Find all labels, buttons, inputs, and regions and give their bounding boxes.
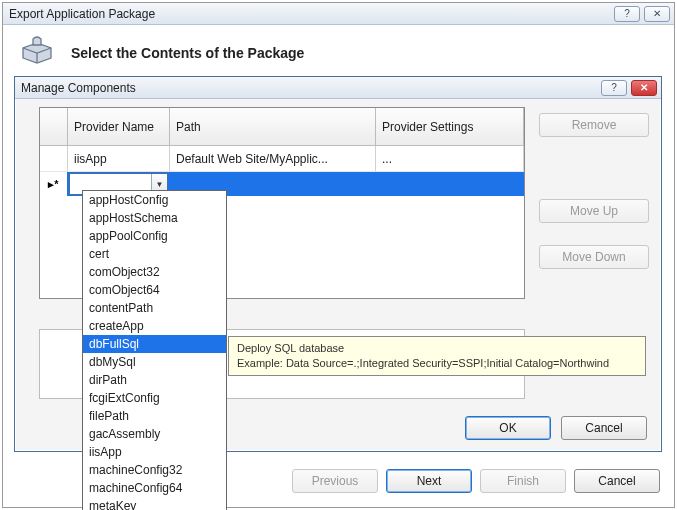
finish-button[interactable]: Finish <box>480 469 566 493</box>
next-button[interactable]: Next <box>386 469 472 493</box>
moveup-button[interactable]: Move Up <box>539 199 649 223</box>
inner-titlebar: Manage Components ? ✕ <box>15 77 661 99</box>
inner-close-button[interactable]: ✕ <box>631 80 657 96</box>
dropdown-item[interactable]: dbFullSql <box>83 335 226 353</box>
help-button[interactable]: ? <box>614 6 640 22</box>
side-buttons-top: Remove <box>539 113 649 137</box>
tooltip-line2: Example: Data Source=.;Integrated Securi… <box>237 356 637 371</box>
grid-header-provider[interactable]: Provider Name <box>68 108 170 145</box>
dropdown-item[interactable]: dirPath <box>83 371 226 389</box>
outer-titlebar: Export Application Package ? ✕ <box>3 3 674 25</box>
wizard-header: Select the Contents of the Package <box>3 25 674 83</box>
cell-settings[interactable]: ... <box>376 146 524 171</box>
dropdown-item[interactable]: iisApp <box>83 443 226 461</box>
dropdown-item[interactable]: dbMySql <box>83 353 226 371</box>
provider-dropdown-list[interactable]: appHostConfigappHostSchemaappPoolConfigc… <box>82 190 227 510</box>
grid-header-indicator <box>40 108 68 145</box>
dropdown-item[interactable]: appHostSchema <box>83 209 226 227</box>
new-row-indicator: ▸* <box>40 172 68 196</box>
dropdown-item[interactable]: filePath <box>83 407 226 425</box>
remove-button[interactable]: Remove <box>539 113 649 137</box>
wizard-heading: Select the Contents of the Package <box>57 45 304 61</box>
grid-header-row: Provider Name Path Provider Settings <box>40 108 524 146</box>
movedown-button[interactable]: Move Down <box>539 245 649 269</box>
ok-button[interactable]: OK <box>465 416 551 440</box>
previous-button[interactable]: Previous <box>292 469 378 493</box>
dropdown-item[interactable]: machineConfig32 <box>83 461 226 479</box>
dropdown-item[interactable]: comObject32 <box>83 263 226 281</box>
row-indicator <box>40 146 68 171</box>
side-buttons-mid: Move Up Move Down <box>539 199 649 269</box>
inner-dialog-title: Manage Components <box>19 81 597 95</box>
dropdown-item[interactable]: gacAssembly <box>83 425 226 443</box>
new-row-settings-cell[interactable] <box>376 172 524 196</box>
dropdown-item[interactable]: fcgiExtConfig <box>83 389 226 407</box>
grid-header-settings[interactable]: Provider Settings <box>376 108 524 145</box>
cell-path[interactable]: Default Web Site/MyApplic... <box>170 146 376 171</box>
dropdown-item[interactable]: cert <box>83 245 226 263</box>
dropdown-item[interactable]: createApp <box>83 317 226 335</box>
dropdown-item[interactable]: machineConfig64 <box>83 479 226 497</box>
tooltip-line1: Deploy SQL database <box>237 341 637 356</box>
package-icon <box>17 33 57 73</box>
tooltip: Deploy SQL database Example: Data Source… <box>228 336 646 376</box>
cancel-button[interactable]: Cancel <box>574 469 660 493</box>
grid-header-path[interactable]: Path <box>170 108 376 145</box>
table-row[interactable]: iisApp Default Web Site/MyApplic... ... <box>40 146 524 172</box>
dropdown-item[interactable]: metaKey <box>83 497 226 510</box>
inner-cancel-button[interactable]: Cancel <box>561 416 647 440</box>
close-button[interactable]: ✕ <box>644 6 670 22</box>
outer-window-title: Export Application Package <box>7 7 610 21</box>
cell-provider[interactable]: iisApp <box>68 146 170 171</box>
inner-help-button[interactable]: ? <box>601 80 627 96</box>
dropdown-item[interactable]: appPoolConfig <box>83 227 226 245</box>
dropdown-item[interactable]: comObject64 <box>83 281 226 299</box>
dropdown-item[interactable]: appHostConfig <box>83 191 226 209</box>
dropdown-item[interactable]: contentPath <box>83 299 226 317</box>
